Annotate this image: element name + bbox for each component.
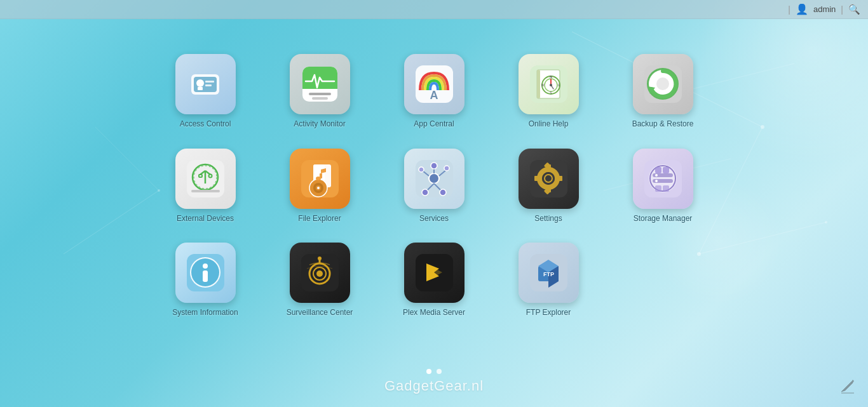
svg-rect-19 bbox=[205, 84, 212, 86]
svg-point-74 bbox=[419, 167, 424, 172]
app-item-activity-monitor[interactable]: Activity Monitor bbox=[281, 54, 358, 130]
app-label-access-control: Access Control bbox=[180, 119, 231, 130]
svg-rect-18 bbox=[205, 81, 214, 83]
page-dot-2[interactable] bbox=[437, 369, 442, 374]
app-item-storage-manager[interactable]: Storage Manager bbox=[625, 149, 701, 224]
main-content: Access Control Activity Monitor bbox=[0, 19, 868, 318]
app-label-system-information: System Information bbox=[172, 308, 238, 318]
svg-point-94 bbox=[655, 174, 658, 177]
app-item-external-devices[interactable]: External Devices bbox=[167, 149, 243, 224]
app-label-external-devices: External Devices bbox=[177, 214, 234, 224]
app-icon-online-help: N S W E bbox=[519, 54, 579, 114]
app-label-settings: Settings bbox=[534, 214, 562, 224]
footer-brand: GadgetGear.nl bbox=[384, 378, 484, 394]
app-label-online-help: Online Help bbox=[529, 119, 569, 130]
app-item-plex-media-server[interactable]: Plex Media Server bbox=[396, 243, 472, 318]
svg-point-75 bbox=[444, 166, 449, 171]
username-label: admin bbox=[813, 4, 836, 14]
app-icon-activity-monitor bbox=[290, 54, 350, 114]
svg-point-63 bbox=[316, 177, 321, 180]
app-icon-plex-media-server bbox=[404, 243, 465, 303]
app-icon-settings bbox=[519, 149, 579, 209]
app-item-settings[interactable]: Settings bbox=[510, 149, 587, 224]
edit-icon[interactable] bbox=[837, 377, 858, 397]
app-icon-services bbox=[404, 149, 465, 209]
svg-rect-99 bbox=[663, 185, 669, 192]
app-label-surveillance-center: Surveillance Center bbox=[287, 308, 353, 318]
app-item-system-information[interactable]: System Information bbox=[167, 243, 243, 318]
app-label-backup-restore: Backup & Restore bbox=[632, 119, 694, 130]
svg-point-72 bbox=[422, 189, 428, 196]
app-label-activity-monitor: Activity Monitor bbox=[294, 119, 345, 130]
svg-point-95 bbox=[655, 180, 658, 182]
app-item-online-help[interactable]: N S W E Online Help bbox=[510, 54, 587, 130]
app-item-file-explorer[interactable]: File Explorer bbox=[281, 149, 358, 224]
svg-point-103 bbox=[203, 264, 208, 269]
svg-point-44 bbox=[656, 77, 669, 90]
svg-text:N: N bbox=[550, 75, 552, 79]
svg-rect-104 bbox=[203, 270, 208, 282]
svg-rect-97 bbox=[663, 167, 669, 173]
app-icon-app-central: A bbox=[404, 54, 465, 114]
footer: GadgetGear.nl bbox=[0, 369, 868, 394]
svg-rect-23 bbox=[309, 93, 331, 95]
app-label-app-central: App Central bbox=[414, 119, 454, 130]
topbar-divider2: | bbox=[841, 4, 843, 15]
svg-rect-29 bbox=[537, 70, 540, 98]
app-icon-file-explorer bbox=[290, 149, 350, 209]
app-item-services[interactable]: Services bbox=[396, 149, 472, 224]
svg-rect-98 bbox=[655, 185, 661, 192]
svg-point-65 bbox=[429, 173, 439, 183]
svg-point-38 bbox=[550, 84, 552, 86]
svg-rect-81 bbox=[558, 176, 562, 181]
svg-rect-17 bbox=[198, 87, 203, 90]
app-icon-backup bbox=[633, 54, 693, 114]
app-item-surveillance-center[interactable]: Surveillance Center bbox=[281, 243, 358, 318]
app-label-services: Services bbox=[419, 214, 449, 224]
svg-text:A: A bbox=[430, 89, 438, 102]
topbar-divider1: | bbox=[788, 4, 790, 15]
svg-point-71 bbox=[431, 163, 437, 169]
app-label-storage-manager: Storage Manager bbox=[634, 214, 693, 224]
app-grid: Access Control Activity Monitor bbox=[167, 54, 701, 318]
svg-point-61 bbox=[317, 187, 320, 189]
app-icon-system-information bbox=[175, 243, 236, 303]
svg-point-110 bbox=[318, 257, 322, 260]
svg-point-108 bbox=[316, 270, 323, 277]
svg-rect-24 bbox=[312, 97, 328, 100]
svg-rect-96 bbox=[655, 167, 661, 173]
svg-point-73 bbox=[440, 189, 446, 196]
svg-point-16 bbox=[196, 79, 204, 87]
app-item-app-central[interactable]: A App Central bbox=[396, 54, 472, 130]
svg-rect-82 bbox=[534, 176, 539, 181]
app-label-file-explorer: File Explorer bbox=[298, 214, 341, 224]
app-item-backup-restore[interactable]: Backup & Restore bbox=[625, 54, 701, 130]
svg-rect-53 bbox=[191, 190, 220, 192]
app-label-ftp-explorer: FTP Explorer bbox=[526, 308, 571, 318]
app-item-ftp-explorer[interactable]: FTP FTP Explorer bbox=[510, 243, 587, 318]
app-icon-external-devices bbox=[175, 149, 236, 209]
search-icon[interactable]: 🔍 bbox=[848, 4, 860, 15]
page-dot-1[interactable] bbox=[426, 369, 431, 374]
topbar-right: | 👤 admin | 🔍 bbox=[788, 3, 860, 15]
app-item-access-control[interactable]: Access Control bbox=[167, 54, 243, 130]
page-dots bbox=[426, 369, 442, 374]
topbar: | 👤 admin | 🔍 bbox=[0, 0, 868, 19]
user-icon: 👤 bbox=[796, 3, 808, 15]
app-label-plex-media-server: Plex Media Server bbox=[403, 308, 465, 318]
app-icon-access-control bbox=[175, 54, 236, 114]
app-icon-storage-manager bbox=[633, 149, 693, 209]
app-icon-surveillance-center bbox=[290, 243, 350, 303]
svg-text:FTP: FTP bbox=[543, 271, 554, 277]
svg-text:W: W bbox=[541, 83, 544, 87]
app-icon-ftp-explorer: FTP bbox=[519, 243, 579, 303]
